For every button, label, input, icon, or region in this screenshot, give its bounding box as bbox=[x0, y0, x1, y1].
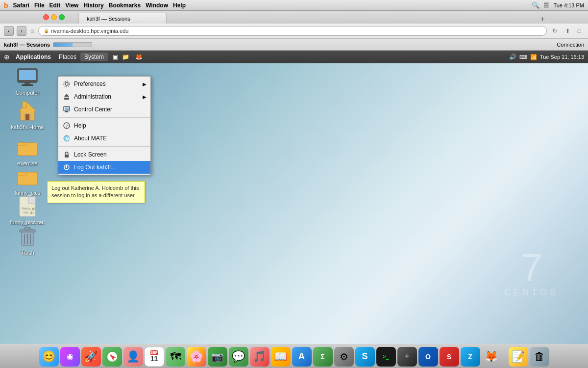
menu-help[interactable]: Help bbox=[173, 2, 186, 9]
menu-separator-1 bbox=[58, 117, 150, 118]
dock-icon-finder[interactable]: 😊 bbox=[39, 347, 59, 367]
menu-item-lock-screen[interactable]: Lock Screen bbox=[58, 148, 150, 161]
centos-desktop: 7 CENTOS Computer bbox=[0, 63, 588, 344]
menu-item-help[interactable]: ? Help bbox=[58, 119, 150, 132]
dock-icon-calendar[interactable]: SEP 11 bbox=[145, 347, 164, 367]
network-icon[interactable]: 📶 bbox=[530, 54, 537, 60]
trash-icon-label: Trash bbox=[10, 250, 45, 256]
control-center-label: Control Center bbox=[74, 106, 112, 113]
svg-rect-6 bbox=[25, 114, 29, 120]
close-button[interactable] bbox=[43, 14, 49, 20]
desktop-icon-computer[interactable]: Computer bbox=[10, 65, 45, 96]
menu-item-administration[interactable]: Administration ▶ bbox=[58, 90, 150, 103]
dock-icon-books[interactable]: 📖 bbox=[271, 347, 291, 367]
bookmark-button[interactable]: □ bbox=[574, 26, 584, 36]
dock-icon-firefox[interactable]: 🦊 bbox=[482, 347, 501, 367]
browser-tab-active[interactable]: kah3f — Sessions bbox=[78, 13, 167, 24]
menu-bookmarks[interactable]: Bookmarks bbox=[109, 2, 141, 9]
system-dropdown-menu: Preferences ▶ Administration ▶ Control C… bbox=[58, 76, 151, 175]
home-icon-label: kah3f's Home bbox=[10, 124, 45, 131]
desktop-icon-exercise[interactable]: exercise bbox=[10, 136, 45, 167]
keyboard-icon[interactable]: ⌨ bbox=[519, 54, 527, 60]
svg-point-24 bbox=[64, 81, 70, 87]
menu-item-control-center[interactable]: Control Center bbox=[58, 103, 150, 116]
svg-rect-25 bbox=[64, 98, 69, 100]
places-menu[interactable]: Places bbox=[55, 53, 80, 61]
dock-icon-contacts[interactable]: 👤 bbox=[123, 347, 143, 367]
dock-icon-facetime[interactable]: 📷 bbox=[208, 347, 227, 367]
forward-button[interactable]: › bbox=[17, 26, 26, 36]
dock-icon-skype[interactable]: S bbox=[355, 347, 375, 367]
desktop-icon-funny-pics[interactable]: funny_pics bbox=[10, 165, 45, 196]
maximize-button[interactable] bbox=[59, 14, 65, 20]
menu-separator-2 bbox=[58, 146, 150, 147]
dock-icon-siri[interactable]: ◉ bbox=[60, 347, 80, 367]
files-panel-icon[interactable]: 📁 bbox=[120, 53, 131, 61]
dock-icon-music[interactable]: 🎵 bbox=[250, 347, 270, 367]
nav-square-button[interactable]: ⊡ bbox=[29, 28, 35, 34]
dock-separator bbox=[505, 349, 505, 365]
speaker-icon[interactable]: 🔊 bbox=[509, 53, 516, 60]
menu-safari[interactable]: Safari bbox=[13, 2, 29, 9]
dock-icon-safari[interactable] bbox=[102, 347, 122, 367]
lock-screen-icon bbox=[62, 150, 71, 159]
about-mate-icon: M bbox=[62, 134, 71, 143]
menu-window[interactable]: Window bbox=[146, 2, 168, 9]
url-bar[interactable]: 🔒 rivanna-desktop.hpc.virginia.edu bbox=[38, 26, 547, 36]
dock-icon-appstore[interactable]: A bbox=[292, 347, 312, 367]
new-tab-button[interactable]: + bbox=[537, 15, 549, 24]
svg-text:.tar.gz: .tar.gz bbox=[22, 210, 34, 214]
dock-icon-photos[interactable]: 🌸 bbox=[187, 347, 206, 367]
centos-brand-text: CENTOS bbox=[504, 288, 559, 298]
svg-rect-1 bbox=[19, 70, 36, 80]
menu-file[interactable]: File bbox=[34, 2, 45, 9]
back-button[interactable]: ‹ bbox=[4, 26, 14, 36]
dock-icon-sysprefd[interactable]: ⚙ bbox=[334, 347, 354, 367]
rd-toolbar: kah3f — Sessions Connection bbox=[0, 39, 588, 51]
log-out-label: Log Out kah3f... bbox=[74, 164, 116, 171]
dock-icon-launchpad[interactable]: 🚀 bbox=[81, 347, 101, 367]
dock-icon-trash[interactable]: 🗑 bbox=[530, 347, 549, 367]
menu-edit[interactable]: Edit bbox=[49, 2, 61, 9]
system-menu-button[interactable]: System bbox=[80, 53, 108, 61]
desktop-icon-trash[interactable]: Trash bbox=[10, 225, 45, 256]
desktop-icon-home[interactable]: kah3f's Home bbox=[10, 100, 45, 131]
dock-icon-messages[interactable]: 💬 bbox=[229, 347, 248, 367]
dock-icon-outlook[interactable]: O bbox=[418, 347, 438, 367]
mac-dock: 😊 ◉ 🚀 👤 SEP 11 🗺 🌸 📷 💬 🎵 📖 A Σ ⚙ S >_ + … bbox=[0, 344, 588, 368]
dock-icon-terminal[interactable]: >_ bbox=[376, 347, 396, 367]
clock-display: Tue 4:13 PM bbox=[553, 2, 584, 8]
dock-icon-maps[interactable]: 🗺 bbox=[166, 347, 185, 367]
firefox-panel-icon[interactable]: 🦊 bbox=[133, 53, 145, 61]
minimize-button[interactable] bbox=[51, 14, 57, 20]
panel-datetime: Tue Sep 11, 16:13 bbox=[540, 54, 584, 60]
terminal-panel-icon[interactable]: ▣ bbox=[111, 53, 120, 61]
dock-icon-numbers[interactable]: Σ bbox=[313, 347, 333, 367]
svg-rect-14 bbox=[28, 197, 35, 204]
search-icon[interactable]: 🔍 bbox=[532, 1, 539, 9]
panel-right: 🔊 ⌨ 📶 Tue Sep 11, 16:13 bbox=[509, 53, 584, 60]
menu-view[interactable]: View bbox=[65, 2, 78, 9]
url-text: rivanna-desktop.hpc.virginia.edu bbox=[51, 28, 128, 34]
reload-button[interactable]: ↻ bbox=[550, 26, 560, 36]
dock-icon-zoom[interactable]: Z bbox=[461, 347, 480, 367]
applications-menu[interactable]: Applications bbox=[12, 53, 55, 61]
preferences-arrow: ▶ bbox=[143, 81, 147, 87]
mate-logo: ⊕ bbox=[4, 53, 10, 61]
logout-tooltip: Log out Katherine A. Holcomb of this ses… bbox=[47, 181, 145, 203]
computer-icon-label: Computer bbox=[10, 90, 45, 96]
dock-icon-notes[interactable]: 📝 bbox=[509, 347, 528, 367]
svg-rect-30 bbox=[65, 112, 69, 112]
browser-tabs-row: kah3f — Sessions + bbox=[0, 11, 588, 24]
mac-titlebar-right: 🔍 ☰ Tue 4:13 PM bbox=[532, 1, 584, 9]
menu-item-preferences[interactable]: Preferences ▶ bbox=[58, 78, 150, 90]
dock-icon-calculator[interactable]: + bbox=[397, 347, 417, 367]
bing-icon: b bbox=[4, 1, 8, 9]
menu-item-log-out[interactable]: Log Out kah3f... bbox=[58, 161, 150, 174]
menu-item-about-mate[interactable]: M About MATE bbox=[58, 132, 150, 145]
rd-title: kah3f — Sessions bbox=[4, 42, 50, 48]
menu-icon[interactable]: ☰ bbox=[543, 1, 549, 9]
dock-icon-office[interactable]: S bbox=[440, 347, 459, 367]
menu-history[interactable]: History bbox=[83, 2, 103, 9]
share-button[interactable]: ⬆ bbox=[563, 26, 572, 36]
